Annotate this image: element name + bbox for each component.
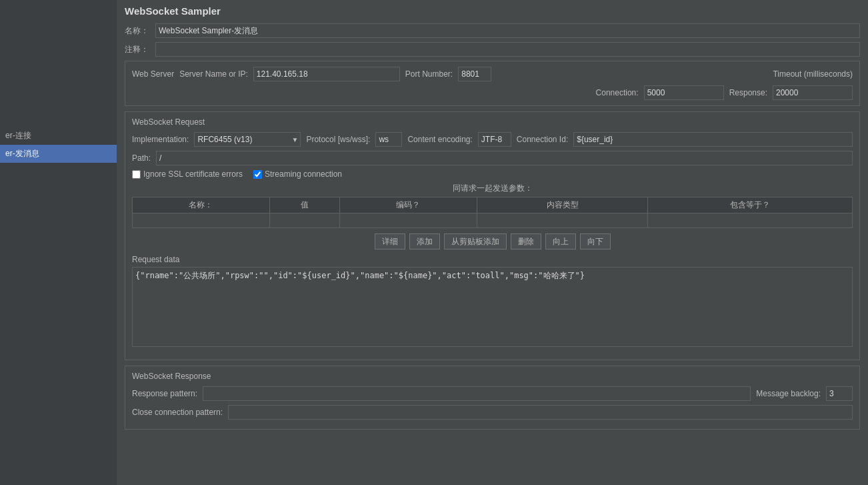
col-name: 名称：: [133, 197, 270, 213]
request-data-label: Request data: [132, 255, 853, 264]
col-content-type: 内容类型: [477, 197, 647, 213]
params-table: 名称： 值 编码？ 内容类型 包含等于？: [132, 197, 853, 228]
close-pattern-label: Close connection pattern:: [132, 408, 223, 417]
table-row-empty: [133, 213, 853, 228]
col-value: 值: [269, 197, 339, 213]
down-button[interactable]: 向下: [580, 233, 611, 250]
connection-timeout-input[interactable]: [644, 85, 724, 100]
up-button[interactable]: 向上: [545, 233, 576, 250]
connid-label: Connection Id:: [517, 135, 568, 144]
ssl-checkbox[interactable]: [132, 170, 141, 179]
sidebar: er-连接 er-发消息: [0, 0, 117, 485]
sidebar-item-connect[interactable]: er-连接: [0, 127, 117, 145]
close-pattern-input[interactable]: [228, 405, 853, 420]
ws-request-section: WebSocket Request Implementation: RFC645…: [125, 111, 860, 360]
web-server-section: Web Server Server Name or IP: Port Numbe…: [125, 61, 860, 106]
delete-button[interactable]: 删除: [511, 233, 541, 250]
connid-input[interactable]: [573, 132, 853, 147]
ssl-checkbox-label[interactable]: Ignore SSL certificate errors: [132, 169, 243, 179]
response-pattern-row: Response pattern: Message backlog:: [132, 386, 853, 401]
timeout-label: Timeout (milliseconds): [773, 69, 853, 79]
checkbox-row: Ignore SSL certificate errors Streaming …: [132, 169, 853, 179]
protocol-input[interactable]: [375, 132, 402, 147]
encoding-label: Content encoding:: [407, 135, 472, 144]
sidebar-item-send[interactable]: er-发消息: [0, 145, 117, 163]
detail-button[interactable]: 详细: [375, 233, 405, 250]
comment-label: 注释：: [125, 44, 151, 55]
comment-input[interactable]: [155, 42, 860, 57]
impl-select[interactable]: RFC6455 (v13)Jetty: [194, 132, 301, 147]
name-row: 名称：: [125, 23, 860, 38]
request-data-section: Request data {"rname":"公共场所","rpsw":"","…: [132, 255, 853, 349]
action-row: 详细 添加 从剪贴板添加 删除 向上 向下: [132, 233, 853, 250]
col-include-equals: 包含等于？: [648, 197, 853, 213]
params-section: 同请求一起发送参数： 名称： 值 编码？ 内容类型 包含等于？: [132, 183, 853, 228]
ws-response-section: WebSocket Response Response pattern: Mes…: [125, 366, 860, 430]
path-label: Path:: [132, 153, 151, 163]
close-pattern-row: Close connection pattern:: [132, 405, 853, 420]
request-data-textarea[interactable]: {"rname":"公共场所","rpsw":"","id":"${user_i…: [132, 267, 853, 347]
protocol-label: Protocol [ws/wss]:: [306, 135, 370, 144]
response-pattern-label: Response pattern:: [132, 389, 197, 398]
response-timeout-input[interactable]: [773, 85, 853, 100]
streaming-checkbox[interactable]: [253, 170, 262, 179]
message-backlog-label: Message backlog:: [756, 389, 821, 398]
page-title: WebSocket Sampler: [125, 5, 860, 17]
connection-timeout-label: Connection:: [596, 88, 639, 97]
server-name-input[interactable]: [253, 67, 400, 81]
name-label: 名称：: [125, 25, 151, 37]
col-encode: 编码？: [339, 197, 477, 213]
params-title: 同请求一起发送参数：: [132, 183, 853, 194]
comment-row: 注释：: [125, 42, 860, 57]
main-content: WebSocket Sampler 名称： 注释： Web Server Ser…: [117, 0, 868, 485]
add-button[interactable]: 添加: [409, 233, 440, 250]
port-input[interactable]: [458, 67, 491, 81]
streaming-label-text: Streaming connection: [265, 169, 342, 179]
path-input[interactable]: [156, 151, 853, 165]
path-row: Path:: [132, 151, 853, 165]
port-label: Port Number:: [405, 69, 453, 79]
streaming-checkbox-label[interactable]: Streaming connection: [253, 169, 342, 179]
impl-select-wrapper[interactable]: RFC6455 (v13)Jetty ▼: [194, 132, 301, 147]
ws-response-title: WebSocket Response: [132, 372, 211, 381]
impl-row: Implementation: RFC6455 (v13)Jetty ▼ Pro…: [132, 132, 853, 147]
encoding-input[interactable]: [478, 132, 511, 147]
web-server-title: Web Server: [132, 69, 174, 79]
ssl-label-text: Ignore SSL certificate errors: [143, 169, 243, 179]
response-pattern-input[interactable]: [203, 386, 751, 401]
add-clipboard-button[interactable]: 从剪贴板添加: [444, 233, 507, 250]
name-input[interactable]: [155, 23, 860, 38]
response-timeout-label: Response:: [729, 88, 767, 97]
ws-request-title: WebSocket Request: [132, 117, 205, 127]
impl-label: Implementation:: [132, 135, 189, 144]
message-backlog-input[interactable]: [826, 386, 853, 401]
server-name-label: Server Name or IP:: [179, 69, 248, 79]
